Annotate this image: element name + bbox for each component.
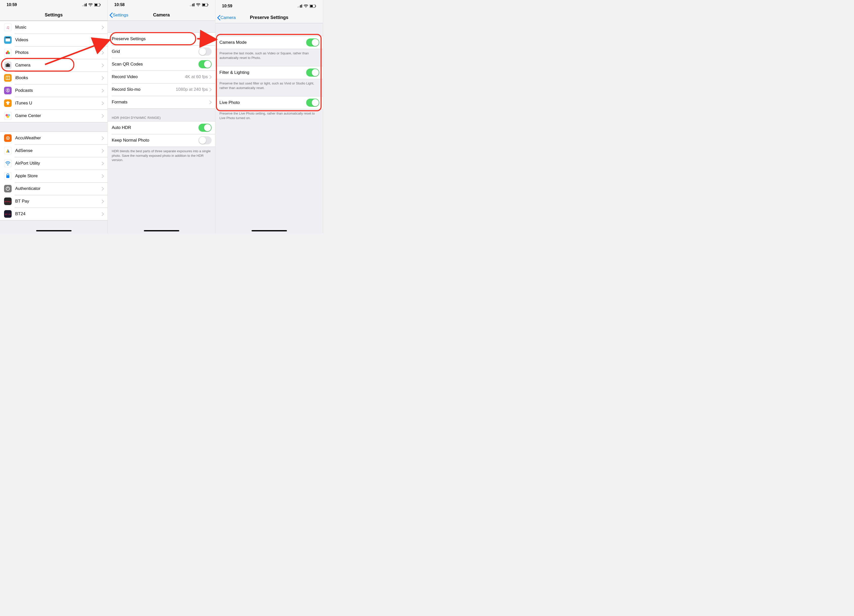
settings-row-authenticator[interactable]: Authenticator <box>0 182 107 195</box>
status-icons <box>82 3 101 6</box>
battery-icon <box>94 3 101 6</box>
row-label: AccuWeather <box>15 136 102 140</box>
group-spacer <box>108 21 215 32</box>
chevron-right-icon <box>209 88 212 91</box>
status-time: 10:58 <box>114 3 125 7</box>
gamecenter-icon <box>4 112 12 120</box>
chevron-right-icon <box>102 149 104 153</box>
settings-row-game-center[interactable]: Game Center <box>0 110 107 122</box>
settings-group-apple: ♫MusicVideosPhotosCameraiBooksPodcastsiT… <box>0 21 107 122</box>
battery-icon <box>310 5 316 8</box>
row-label: Music <box>15 25 102 30</box>
chevron-right-icon <box>102 101 104 105</box>
svg-point-29 <box>6 116 9 118</box>
svg-point-37 <box>7 165 8 165</box>
signal-icon <box>190 3 194 6</box>
chevron-right-icon <box>102 162 104 165</box>
svg-text:BTPay: BTPay <box>5 201 11 203</box>
row-label: Grid <box>112 49 198 54</box>
svg-point-18 <box>7 64 9 67</box>
row-label: Podcasts <box>15 88 102 93</box>
row-record-slomo[interactable]: Record Slo-mo 1080p at 240 fps <box>108 83 215 96</box>
svg-rect-56 <box>300 5 301 8</box>
row-label: AirPort Utility <box>15 161 102 166</box>
back-button[interactable]: Settings <box>109 12 128 18</box>
status-time: 10:59 <box>6 3 17 7</box>
svg-point-32 <box>7 137 9 139</box>
settings-row-ibooks[interactable]: iBooks <box>0 72 107 84</box>
settings-row-photos[interactable]: Photos <box>0 46 107 59</box>
row-keep-normal[interactable]: Keep Normal Photo <box>108 134 215 147</box>
row-label: Auto HDR <box>112 125 198 130</box>
row-scan-qr[interactable]: Scan QR Codes <box>108 58 215 70</box>
chevron-right-icon <box>102 64 104 67</box>
svg-rect-55 <box>299 6 300 8</box>
settings-row-adsense[interactable]: AdSense <box>0 144 107 157</box>
row-label: Record Slo-mo <box>112 87 176 92</box>
settings-row-camera[interactable]: Camera <box>0 59 107 72</box>
svg-rect-11 <box>6 37 10 38</box>
auth-icon <box>4 185 12 192</box>
settings-row-accuweather[interactable]: AccuWeather <box>0 132 107 144</box>
svg-rect-6 <box>100 4 101 5</box>
settings-row-podcasts[interactable]: Podcasts <box>0 84 107 97</box>
row-filter-lighting[interactable]: Filter & Lighting <box>215 66 323 79</box>
svg-rect-3 <box>86 3 87 6</box>
back-label: Settings <box>113 13 128 18</box>
toggle-filter-lighting[interactable] <box>306 69 319 76</box>
chevron-right-icon <box>102 38 104 42</box>
toggle-scan-qr[interactable] <box>198 60 212 68</box>
row-camera-mode[interactable]: Camera Mode <box>215 36 323 49</box>
svg-rect-47 <box>190 5 191 6</box>
toggle-live-photo[interactable] <box>306 99 319 107</box>
settings-row-bt24[interactable]: BT 24BT24 <box>0 207 107 220</box>
svg-point-14 <box>6 52 8 54</box>
row-label: Camera <box>15 63 102 68</box>
screen-preserve-settings: 10:59 Camera Preserve Settings Camera Mo… <box>215 0 323 233</box>
settings-row-apple-store[interactable]: Apple Store <box>0 170 107 182</box>
settings-row-videos[interactable]: Videos <box>0 34 107 46</box>
back-button[interactable]: Camera <box>217 15 236 20</box>
settings-row-airport-utility[interactable]: AirPort Utility <box>0 157 107 170</box>
svg-rect-52 <box>203 4 205 6</box>
toggle-grid[interactable] <box>198 47 212 56</box>
camera-main-group: Preserve Settings Grid Scan QR Codes Rec… <box>108 32 215 109</box>
row-label: Filter & Lighting <box>220 70 306 75</box>
toggle-keep-normal[interactable] <box>198 136 212 144</box>
preserve-group-livephoto: Live Photo <box>215 96 323 109</box>
adsense-icon <box>4 147 12 154</box>
navbar: Settings Camera <box>108 10 215 21</box>
settings-row-itunes-u[interactable]: iTunes U <box>0 97 107 110</box>
toggle-camera-mode[interactable] <box>306 38 319 47</box>
wifi-icon <box>196 3 200 6</box>
home-indicator <box>252 230 287 232</box>
row-record-video[interactable]: Record Video 4K at 60 fps <box>108 70 215 83</box>
group-spacer <box>0 122 107 131</box>
chevron-right-icon <box>102 136 104 140</box>
status-bar: 10:59 <box>0 0 107 10</box>
row-auto-hdr[interactable]: Auto HDR <box>108 121 215 134</box>
row-formats[interactable]: Formats <box>108 96 215 108</box>
row-preserve-settings[interactable]: Preserve Settings <box>108 33 215 45</box>
svg-rect-50 <box>194 3 194 6</box>
status-bar: 10:58 <box>108 0 215 10</box>
row-live-photo[interactable]: Live Photo <box>215 96 323 109</box>
toggle-auto-hdr[interactable] <box>198 124 212 132</box>
wifi-icon <box>303 5 308 8</box>
svg-rect-25 <box>7 103 9 105</box>
svg-rect-54 <box>297 6 298 8</box>
row-label: Authenticator <box>15 186 102 191</box>
settings-row-music[interactable]: ♫Music <box>0 21 107 34</box>
signal-icon <box>297 5 302 8</box>
row-grid[interactable]: Grid <box>108 45 215 58</box>
status-bar: 10:59 <box>215 0 323 12</box>
chevron-right-icon <box>102 174 104 178</box>
settings-row-bt-pay[interactable]: BTPayBT Pay <box>0 195 107 207</box>
chevron-right-icon <box>102 89 104 93</box>
svg-rect-0 <box>82 5 83 6</box>
chevron-right-icon <box>102 187 104 191</box>
group-header-hdr: HDR (HIGH DYNAMIC RANGE) <box>108 109 215 121</box>
svg-rect-42 <box>8 187 8 189</box>
status-time: 10:59 <box>222 4 232 8</box>
signal-icon <box>82 3 87 6</box>
